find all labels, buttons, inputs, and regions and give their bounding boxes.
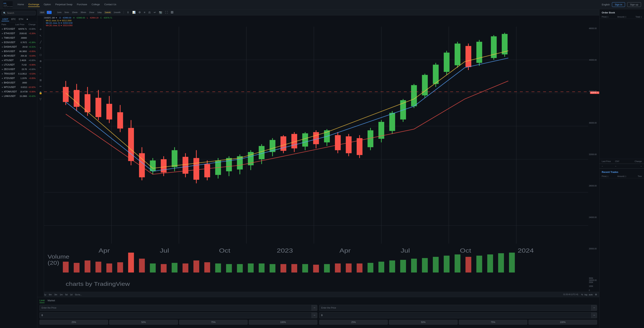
timeframe-5min[interactable]: 5min bbox=[64, 11, 70, 14]
order-tab-market[interactable]: Market bbox=[48, 299, 55, 303]
sell-amount-decrement[interactable]: − bbox=[591, 312, 597, 318]
pair-row-trx-usdt[interactable]: ★ TRX/USDT 0.113512 −0.53% bbox=[0, 72, 37, 76]
tool-indicators-left[interactable]: ⊞ bbox=[38, 77, 43, 83]
pair-row-atom-usdt[interactable]: ★ ATOM/USDT 10.4739 −0.06% bbox=[0, 89, 37, 94]
timeframe-1week[interactable]: 1week bbox=[104, 11, 112, 14]
pair-row-ht-usdt[interactable]: ★ HT/USDT 2.4626 +0.00% bbox=[0, 58, 37, 63]
timeframe-30min[interactable]: 30min bbox=[80, 11, 87, 14]
undo-button[interactable]: ↩ bbox=[153, 11, 157, 14]
timeframe-1month[interactable]: 1month bbox=[113, 11, 121, 14]
nav-home[interactable]: Home bbox=[17, 2, 24, 7]
pair-row-zec-usdt[interactable]: ★ ZEC/USDT 23.70 +0.00% bbox=[0, 67, 37, 72]
pair-star-11: ★ bbox=[2, 77, 3, 79]
currency-tab-star[interactable]: ★ bbox=[26, 18, 29, 21]
tool-measure[interactable]: ⊕ bbox=[38, 58, 43, 64]
tf-1m[interactable]: 1m bbox=[59, 293, 63, 296]
currency-tab-btc[interactable]: BTC bbox=[10, 18, 16, 21]
tool-draw-tools[interactable]: ✏ bbox=[38, 84, 43, 89]
tf-3m[interactable]: 3m bbox=[54, 293, 58, 296]
sell-100pct[interactable]: 100% bbox=[528, 320, 597, 325]
signup-button[interactable]: Sign up bbox=[627, 2, 641, 7]
order-tab-limit[interactable]: Limit bbox=[40, 299, 44, 303]
timeframe-1min[interactable]: 1min bbox=[56, 11, 62, 14]
timeframe-15min[interactable]: 15min bbox=[71, 11, 78, 14]
tf-1d[interactable]: 1d bbox=[70, 293, 73, 296]
sell-75pct[interactable]: 75% bbox=[459, 320, 527, 325]
sell-price-input[interactable] bbox=[320, 305, 591, 311]
buy-100pct[interactable]: 100% bbox=[249, 320, 317, 325]
pair-row-wtc-usdt[interactable]: ★ WTC/USDT 0.0212 −10.92% bbox=[0, 85, 37, 89]
buy-price-decrement[interactable]: − bbox=[312, 305, 317, 311]
pair-row-bch-usdt[interactable]: ★ BCH/USDT 254.32 −0.04% bbox=[0, 54, 37, 58]
pair-price-0: 42978.71 bbox=[15, 28, 27, 30]
buy-amount-input[interactable]: 0 bbox=[40, 312, 312, 318]
buy-75pct[interactable]: 75% bbox=[179, 320, 248, 325]
pair-row-btc-usdt[interactable]: ★ BTC/USDT 42978.71 +0.00% bbox=[0, 27, 37, 31]
tf-6m[interactable]: 6m bbox=[48, 293, 52, 296]
sell-price-decrement[interactable]: − bbox=[591, 305, 597, 311]
tf-goto[interactable]: Go to... bbox=[74, 293, 82, 296]
timeframe-1hour[interactable]: 1hour bbox=[88, 11, 95, 14]
currency-tab-usdt[interactable]: USDT bbox=[2, 18, 9, 21]
buy-50pct[interactable]: 50% bbox=[109, 320, 178, 325]
nav-option[interactable]: Option bbox=[44, 2, 51, 7]
svg-rect-44 bbox=[204, 164, 210, 177]
pair-row-eos-usdt[interactable]: ★ EOS/USDT 0.7672 +0.38% bbox=[0, 40, 37, 45]
svg-rect-22 bbox=[84, 94, 90, 112]
chart-settings-2[interactable]: ≡ bbox=[143, 11, 146, 14]
pair-row-bsv-usdt[interactable]: ★ BSV/USDT 86.3850 −0.05% bbox=[0, 49, 37, 54]
pair-name-11: XTZ/USDT bbox=[4, 77, 15, 80]
pair-row-link-usdt[interactable]: ★ LINK/USDT 15.2865 +0.42% bbox=[0, 94, 37, 98]
timeframe-1day[interactable]: 1day bbox=[96, 11, 102, 14]
sell-50pct[interactable]: 50% bbox=[389, 320, 458, 325]
nav-exchange[interactable]: Exchange bbox=[28, 2, 40, 7]
sell-price-input-group: − bbox=[319, 305, 597, 311]
buy-amount-decrement[interactable]: − bbox=[312, 312, 317, 318]
pair-row-ltc-usdt[interactable]: ★ LTC/USDT 71.62 −0.06% bbox=[0, 63, 37, 67]
theme-icon-button[interactable]: ❓ bbox=[47, 11, 52, 14]
nav-college[interactable]: College bbox=[91, 2, 100, 7]
sell-amount-input[interactable]: 0 bbox=[320, 312, 591, 318]
chart-settings-bottom[interactable]: ⚙ bbox=[594, 293, 598, 296]
tf-5d[interactable]: 5d bbox=[65, 293, 68, 296]
nav-perpetual-swap[interactable]: Perpetual Swap bbox=[55, 2, 73, 7]
signin-button[interactable]: Sign in bbox=[612, 2, 625, 7]
tool-collapse[interactable]: ▽ bbox=[38, 96, 43, 102]
fullscreen-button[interactable]: ⛶ bbox=[164, 11, 168, 14]
nav-contact-us[interactable]: Contact Us bbox=[104, 2, 117, 7]
svg-rect-145 bbox=[466, 257, 471, 273]
ma10-label: MA (10, close, 0) ▼ 41554.0230 bbox=[46, 22, 72, 24]
tool-trend-line[interactable]: ╱ bbox=[38, 39, 43, 45]
sell-25pct[interactable]: 25% bbox=[319, 320, 388, 325]
pair-row-xtz-usdt[interactable]: ★ XTZ/USDT 1.1576 −0.05% bbox=[0, 76, 37, 80]
buy-25pct[interactable]: 25% bbox=[40, 320, 108, 325]
vol-0: 0 bbox=[589, 289, 598, 291]
currency-tab-eth[interactable]: ETH bbox=[18, 18, 24, 21]
search-input[interactable] bbox=[7, 12, 34, 14]
compare-button[interactable]: ⚖ bbox=[148, 11, 152, 14]
svg-rect-30 bbox=[128, 128, 134, 161]
buy-price-input[interactable] bbox=[40, 305, 312, 311]
indicators-button[interactable]: 📊 bbox=[132, 11, 136, 14]
tool-arrow[interactable]: ← bbox=[38, 71, 43, 76]
camera-button[interactable]: 🖼 bbox=[170, 11, 174, 14]
language-selector[interactable]: English bbox=[602, 3, 610, 6]
tool-cursor[interactable]: ↖ bbox=[38, 33, 43, 38]
svg-rect-111 bbox=[96, 262, 101, 273]
tool-crosshair[interactable]: ✛ bbox=[38, 27, 43, 32]
snapshot-button[interactable]: 📷 bbox=[158, 11, 163, 14]
tf-1y[interactable]: 1y bbox=[44, 293, 47, 296]
pair-row-bhd-usdt[interactable]: ★ BHD/USDT .0000 bbox=[0, 80, 37, 85]
svg-rect-117 bbox=[161, 264, 166, 273]
svg-rect-137 bbox=[378, 262, 384, 273]
tool-lock[interactable]: 🔒 bbox=[38, 90, 43, 95]
tool-fibonacci[interactable]: ≈ bbox=[38, 65, 43, 70]
nav-purchase[interactable]: Purchase bbox=[76, 2, 88, 7]
tool-shapes[interactable]: ◻ bbox=[38, 52, 43, 57]
tool-text[interactable]: T bbox=[38, 46, 43, 51]
pair-row-dash-usdt[interactable]: ★ DASH/USDT 29.42 +0.31% bbox=[0, 45, 37, 49]
pair-row-timi-usdt[interactable]: ★ TIMI/USDT .00000 bbox=[0, 36, 37, 40]
chart-type-button[interactable]: 🕯 bbox=[126, 11, 130, 14]
pair-row-eth-usdt[interactable]: ★ ETH/USDT 2530.82 −0.26% bbox=[0, 31, 37, 36]
settings-button[interactable]: ⚙ bbox=[138, 11, 142, 14]
